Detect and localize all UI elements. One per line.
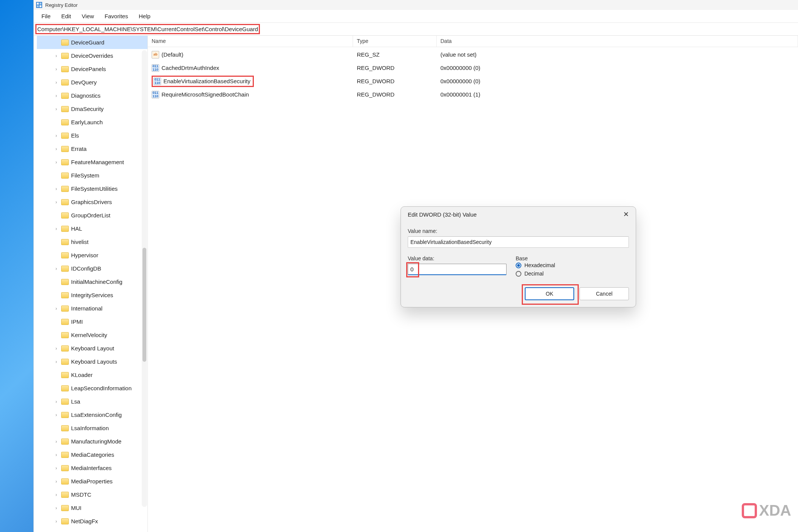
- tree-item-label: HAL: [71, 225, 82, 232]
- chevron-right-icon[interactable]: ›: [54, 346, 59, 351]
- tree-item[interactable]: InitialMachineConfig: [37, 275, 147, 288]
- chevron-right-icon[interactable]: ›: [54, 133, 59, 138]
- tree-item[interactable]: ›Keyboard Layouts: [37, 355, 147, 368]
- value-name: (Default): [162, 51, 184, 58]
- tree-item[interactable]: KernelVelocity: [37, 328, 147, 342]
- chevron-right-icon[interactable]: ›: [54, 519, 59, 524]
- tree-item-label: MUI: [71, 505, 82, 511]
- chevron-right-icon[interactable]: ›: [54, 146, 59, 152]
- tree-item[interactable]: ›Lsa: [37, 395, 147, 408]
- tree-item[interactable]: DeviceGuard: [37, 36, 147, 49]
- tree-item-label: LsaInformation: [71, 425, 109, 431]
- column-data[interactable]: Data: [437, 36, 798, 47]
- tree-item[interactable]: ›DmaSecurity: [37, 102, 147, 116]
- tree-item[interactable]: hivelist: [37, 235, 147, 249]
- tree-item[interactable]: ›ManufacturingMode: [37, 435, 147, 448]
- chevron-right-icon[interactable]: ›: [54, 93, 59, 98]
- tree-item[interactable]: ›DeviceOverrides: [37, 49, 147, 62]
- chevron-right-icon[interactable]: ›: [54, 106, 59, 112]
- scrollbar-thumb[interactable]: [142, 248, 146, 362]
- menu-edit[interactable]: Edit: [56, 11, 76, 22]
- menu-view[interactable]: View: [76, 11, 99, 22]
- radio-unchecked-icon: [516, 271, 521, 277]
- chevron-right-icon[interactable]: ›: [54, 186, 59, 192]
- tree-item-label: MediaInterfaces: [71, 465, 112, 471]
- tree-item[interactable]: ›Els: [37, 129, 147, 142]
- tree-item[interactable]: LeapSecondInformation: [37, 382, 147, 395]
- tree-item[interactable]: ›MediaInterfaces: [37, 461, 147, 475]
- chevron-right-icon[interactable]: ›: [54, 266, 59, 271]
- folder-icon: [61, 372, 69, 378]
- menu-help[interactable]: Help: [133, 11, 156, 22]
- tree-item[interactable]: GroupOrderList: [37, 209, 147, 222]
- tree-item[interactable]: FileSystem: [37, 169, 147, 182]
- chevron-right-icon[interactable]: ›: [54, 479, 59, 484]
- tree-item[interactable]: ›FeatureManagement: [37, 155, 147, 169]
- chevron-right-icon[interactable]: ›: [54, 226, 59, 231]
- tree-item[interactable]: ›MUI: [37, 501, 147, 515]
- tree-item[interactable]: ›DevicePanels: [37, 62, 147, 76]
- value-name-input[interactable]: [408, 236, 629, 248]
- chevron-right-icon[interactable]: ›: [54, 399, 59, 404]
- chevron-right-icon[interactable]: ›: [54, 492, 59, 497]
- tree-scrollbar[interactable]: [142, 50, 147, 507]
- tree-item[interactable]: LsaInformation: [37, 421, 147, 435]
- tree-item-label: International: [71, 305, 103, 312]
- tree-item-label: GraphicsDrivers: [71, 199, 112, 205]
- tree-item[interactable]: ›Keyboard Layout: [37, 342, 147, 355]
- tree-item[interactable]: ›HAL: [37, 222, 147, 235]
- tree-item[interactable]: ›LsaExtensionConfig: [37, 408, 147, 421]
- tree-item[interactable]: Hypervisor: [37, 249, 147, 262]
- tree-item[interactable]: EarlyLaunch: [37, 116, 147, 129]
- chevron-right-icon[interactable]: ›: [54, 160, 59, 165]
- list-row[interactable]: 011 110CachedDrtmAuthIndexREG_DWORD0x000…: [148, 61, 798, 74]
- base-hex-option[interactable]: Hexadecimal: [516, 262, 629, 268]
- chevron-right-icon[interactable]: ›: [54, 439, 59, 444]
- tree-item[interactable]: ›DevQuery: [37, 76, 147, 89]
- value-data-input[interactable]: [408, 264, 507, 275]
- tree-item-label: GroupOrderList: [71, 212, 110, 218]
- tree-item[interactable]: ›International: [37, 302, 147, 315]
- chevron-right-icon[interactable]: ›: [54, 505, 59, 511]
- tree-item[interactable]: IntegrityServices: [37, 288, 147, 302]
- tree-item[interactable]: ›Diagnostics: [37, 89, 147, 102]
- address-path[interactable]: Computer\HKEY_LOCAL_MACHINE\SYSTEM\Curre…: [35, 24, 260, 34]
- chevron-right-icon[interactable]: ›: [54, 452, 59, 458]
- tree-item[interactable]: ›IDConfigDB: [37, 262, 147, 275]
- chevron-right-icon[interactable]: ›: [54, 200, 59, 205]
- base-dec-option[interactable]: Decimal: [516, 271, 629, 277]
- close-icon[interactable]: ✕: [623, 210, 629, 218]
- tree-item[interactable]: IPMI: [37, 315, 147, 328]
- chevron-right-icon[interactable]: ›: [54, 359, 59, 364]
- ok-button[interactable]: OK: [525, 287, 574, 300]
- value-name: CachedDrtmAuthIndex: [162, 65, 219, 71]
- chevron-right-icon[interactable]: ›: [54, 412, 59, 418]
- menu-file[interactable]: File: [36, 11, 56, 22]
- column-name[interactable]: Name: [148, 36, 353, 47]
- folder-icon: [61, 93, 69, 99]
- tree-item[interactable]: ›GraphicsDrivers: [37, 195, 147, 209]
- list-row[interactable]: 011 110EnableVirtualizationBasedSecurity…: [148, 74, 798, 88]
- chevron-right-icon[interactable]: ›: [54, 80, 59, 85]
- chevron-right-icon[interactable]: ›: [54, 306, 59, 311]
- list-row[interactable]: 011 110RequireMicrosoftSignedBootChainRE…: [148, 88, 798, 101]
- menu-favorites[interactable]: Favorites: [99, 11, 133, 22]
- cancel-button[interactable]: Cancel: [580, 287, 629, 300]
- tree-item[interactable]: ›NetDiagFx: [37, 515, 147, 528]
- tree-item[interactable]: ›MediaCategories: [37, 448, 147, 461]
- tree-item[interactable]: ›MSDTC: [37, 488, 147, 501]
- tree-item[interactable]: KLoader: [37, 368, 147, 382]
- tree-pane[interactable]: DeviceGuard›DeviceOverrides›DevicePanels…: [34, 36, 148, 532]
- tree-item[interactable]: ›Errata: [37, 142, 147, 155]
- folder-icon: [61, 173, 69, 179]
- chevron-right-icon[interactable]: ›: [54, 53, 59, 59]
- annotation-highlighted-value: 011 110EnableVirtualizationBasedSecurity: [152, 76, 254, 87]
- list-row[interactable]: ab(Default)REG_SZ(value not set): [148, 48, 798, 61]
- chevron-right-icon[interactable]: ›: [54, 466, 59, 471]
- column-type[interactable]: Type: [353, 36, 437, 47]
- tree-item[interactable]: ›FileSystemUtilities: [37, 182, 147, 195]
- chevron-right-icon[interactable]: ›: [54, 66, 59, 72]
- tree-item-label: Els: [71, 132, 79, 139]
- tree-item[interactable]: ›MediaProperties: [37, 475, 147, 488]
- app-icon: [36, 2, 42, 8]
